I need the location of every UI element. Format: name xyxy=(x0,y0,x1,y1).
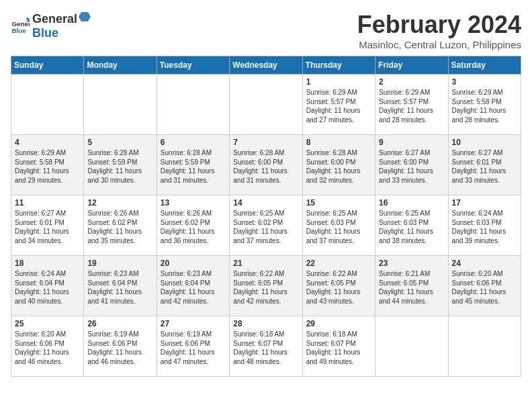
calendar-cell: 27Sunrise: 6:19 AM Sunset: 6:06 PM Dayli… xyxy=(157,316,229,377)
cell-content: Sunrise: 6:24 AM Sunset: 6:04 PM Dayligh… xyxy=(15,269,80,306)
week-row-5: 25Sunrise: 6:20 AM Sunset: 6:06 PM Dayli… xyxy=(11,316,521,377)
day-number: 7 xyxy=(233,138,298,147)
calendar-cell: 12Sunrise: 6:26 AM Sunset: 6:02 PM Dayli… xyxy=(84,195,157,256)
calendar-cell xyxy=(84,75,157,135)
logo-chevron-icon xyxy=(79,11,91,23)
calendar-cell: 28Sunrise: 6:18 AM Sunset: 6:07 PM Dayli… xyxy=(230,316,302,377)
day-number: 5 xyxy=(87,138,152,147)
day-number: 1 xyxy=(306,77,371,87)
cell-content: Sunrise: 6:27 AM Sunset: 6:01 PM Dayligh… xyxy=(452,148,517,185)
day-number: 19 xyxy=(87,259,152,268)
calendar-cell xyxy=(11,75,84,135)
cell-content: Sunrise: 6:28 AM Sunset: 5:59 PM Dayligh… xyxy=(87,148,152,185)
logo: General Blue General Blue xyxy=(11,11,92,40)
calendar-cell: 4Sunrise: 6:29 AM Sunset: 5:58 PM Daylig… xyxy=(11,135,84,195)
calendar-cell: 21Sunrise: 6:22 AM Sunset: 6:05 PM Dayli… xyxy=(230,256,302,316)
day-number: 3 xyxy=(452,77,517,87)
calendar-cell: 17Sunrise: 6:24 AM Sunset: 6:03 PM Dayli… xyxy=(448,195,521,256)
calendar-cell: 26Sunrise: 6:19 AM Sunset: 6:06 PM Dayli… xyxy=(84,316,157,377)
day-number: 26 xyxy=(87,319,152,328)
cell-content: Sunrise: 6:22 AM Sunset: 6:05 PM Dayligh… xyxy=(306,269,371,306)
calendar-cell: 20Sunrise: 6:23 AM Sunset: 6:04 PM Dayli… xyxy=(157,256,229,316)
day-number: 11 xyxy=(15,198,80,208)
day-number: 10 xyxy=(452,138,517,147)
svg-marker-2 xyxy=(26,17,30,19)
cell-content: Sunrise: 6:25 AM Sunset: 6:03 PM Dayligh… xyxy=(306,209,371,245)
header-cell-sunday: Sunday xyxy=(11,56,84,75)
cell-content: Sunrise: 6:27 AM Sunset: 6:01 PM Dayligh… xyxy=(15,209,80,245)
calendar-cell: 6Sunrise: 6:28 AM Sunset: 5:59 PM Daylig… xyxy=(157,135,229,195)
main-title: February 2024 xyxy=(357,11,521,39)
day-number: 16 xyxy=(379,198,444,208)
cell-content: Sunrise: 6:18 AM Sunset: 6:07 PM Dayligh… xyxy=(306,330,371,366)
header-cell-saturday: Saturday xyxy=(448,56,521,75)
logo-general-text: General xyxy=(32,12,77,26)
calendar-cell: 13Sunrise: 6:26 AM Sunset: 6:02 PM Dayli… xyxy=(157,195,229,256)
header-cell-tuesday: Tuesday xyxy=(157,56,229,75)
cell-content: Sunrise: 6:25 AM Sunset: 6:03 PM Dayligh… xyxy=(379,209,444,245)
calendar-cell: 23Sunrise: 6:21 AM Sunset: 6:05 PM Dayli… xyxy=(375,256,448,316)
cell-content: Sunrise: 6:18 AM Sunset: 6:07 PM Dayligh… xyxy=(233,330,298,366)
cell-content: Sunrise: 6:29 AM Sunset: 5:58 PM Dayligh… xyxy=(15,148,80,185)
day-number: 6 xyxy=(161,138,226,147)
cell-content: Sunrise: 6:21 AM Sunset: 6:05 PM Dayligh… xyxy=(379,269,444,306)
day-number: 9 xyxy=(379,138,444,147)
day-number: 12 xyxy=(87,198,152,208)
week-row-1: 1Sunrise: 6:29 AM Sunset: 5:57 PM Daylig… xyxy=(11,75,521,135)
calendar-cell: 14Sunrise: 6:25 AM Sunset: 6:02 PM Dayli… xyxy=(230,195,302,256)
calendar-cell: 18Sunrise: 6:24 AM Sunset: 6:04 PM Dayli… xyxy=(11,256,84,316)
header-cell-friday: Friday xyxy=(375,56,448,75)
header-cell-thursday: Thursday xyxy=(302,56,375,75)
day-number: 23 xyxy=(379,259,444,268)
day-number: 22 xyxy=(306,259,371,268)
cell-content: Sunrise: 6:27 AM Sunset: 6:00 PM Dayligh… xyxy=(379,148,444,185)
header: General Blue General Blue February 2024 … xyxy=(11,11,521,50)
day-number: 4 xyxy=(15,138,80,147)
day-number: 24 xyxy=(452,259,517,268)
week-row-4: 18Sunrise: 6:24 AM Sunset: 6:04 PM Dayli… xyxy=(11,256,521,316)
cell-content: Sunrise: 6:20 AM Sunset: 6:06 PM Dayligh… xyxy=(452,269,517,306)
day-number: 2 xyxy=(379,77,444,87)
cell-content: Sunrise: 6:25 AM Sunset: 6:02 PM Dayligh… xyxy=(233,209,298,245)
calendar-cell: 11Sunrise: 6:27 AM Sunset: 6:01 PM Dayli… xyxy=(11,195,84,256)
cell-content: Sunrise: 6:29 AM Sunset: 5:57 PM Dayligh… xyxy=(306,88,371,124)
calendar-cell: 25Sunrise: 6:20 AM Sunset: 6:06 PM Dayli… xyxy=(11,316,84,377)
calendar-cell: 7Sunrise: 6:28 AM Sunset: 6:00 PM Daylig… xyxy=(230,135,302,195)
calendar-body: 1Sunrise: 6:29 AM Sunset: 5:57 PM Daylig… xyxy=(11,75,521,377)
cell-content: Sunrise: 6:19 AM Sunset: 6:06 PM Dayligh… xyxy=(161,330,226,366)
day-number: 28 xyxy=(233,319,298,328)
calendar-cell: 29Sunrise: 6:18 AM Sunset: 6:07 PM Dayli… xyxy=(302,316,375,377)
calendar-table: SundayMondayTuesdayWednesdayThursdayFrid… xyxy=(11,56,521,377)
day-number: 27 xyxy=(161,319,226,328)
cell-content: Sunrise: 6:29 AM Sunset: 5:57 PM Dayligh… xyxy=(379,88,444,124)
day-number: 25 xyxy=(15,319,80,328)
logo-blue-text: Blue xyxy=(32,26,92,40)
day-number: 13 xyxy=(161,198,226,208)
cell-content: Sunrise: 6:28 AM Sunset: 5:59 PM Dayligh… xyxy=(161,148,226,185)
header-cell-wednesday: Wednesday xyxy=(230,56,302,75)
calendar-cell xyxy=(448,316,521,377)
cell-content: Sunrise: 6:26 AM Sunset: 6:02 PM Dayligh… xyxy=(161,209,226,245)
calendar-cell: 19Sunrise: 6:23 AM Sunset: 6:04 PM Dayli… xyxy=(84,256,157,316)
calendar-cell xyxy=(157,75,229,135)
day-number: 17 xyxy=(452,198,517,208)
week-row-2: 4Sunrise: 6:29 AM Sunset: 5:58 PM Daylig… xyxy=(11,135,521,195)
cell-content: Sunrise: 6:20 AM Sunset: 6:06 PM Dayligh… xyxy=(15,330,80,366)
day-number: 15 xyxy=(306,198,371,208)
header-cell-monday: Monday xyxy=(84,56,157,75)
title-area: February 2024 Masinloc, Central Luzon, P… xyxy=(357,11,521,50)
calendar-cell xyxy=(375,316,448,377)
day-number: 20 xyxy=(161,259,226,268)
day-number: 21 xyxy=(233,259,298,268)
calendar-cell: 1Sunrise: 6:29 AM Sunset: 5:57 PM Daylig… xyxy=(302,75,375,135)
cell-content: Sunrise: 6:28 AM Sunset: 6:00 PM Dayligh… xyxy=(233,148,298,185)
cell-content: Sunrise: 6:24 AM Sunset: 6:03 PM Dayligh… xyxy=(452,209,517,245)
day-number: 29 xyxy=(306,319,371,328)
calendar-cell: 16Sunrise: 6:25 AM Sunset: 6:03 PM Dayli… xyxy=(375,195,448,256)
cell-content: Sunrise: 6:22 AM Sunset: 6:05 PM Dayligh… xyxy=(233,269,298,306)
logo-icon: General Blue xyxy=(11,16,30,35)
calendar-cell: 3Sunrise: 6:29 AM Sunset: 5:58 PM Daylig… xyxy=(448,75,521,135)
calendar-cell: 15Sunrise: 6:25 AM Sunset: 6:03 PM Dayli… xyxy=(302,195,375,256)
week-row-3: 11Sunrise: 6:27 AM Sunset: 6:01 PM Dayli… xyxy=(11,195,521,256)
day-number: 8 xyxy=(306,138,371,147)
